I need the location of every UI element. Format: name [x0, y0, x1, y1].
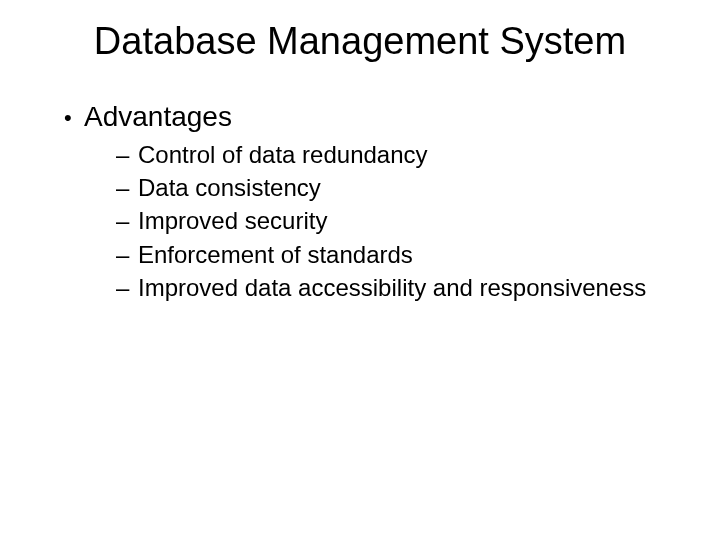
list-item: Control of data redundancy: [116, 139, 670, 170]
list-item: Advantages Control of data redundancy Da…: [60, 101, 670, 303]
slide-title: Database Management System: [50, 20, 670, 63]
list-item: Enforcement of standards: [116, 239, 670, 270]
level1-label: Advantages: [84, 101, 232, 132]
bullet-list-level2: Control of data redundancy Data consiste…: [84, 139, 670, 303]
list-item: Improved data accessibility and responsi…: [116, 272, 670, 303]
bullet-list-level1: Advantages Control of data redundancy Da…: [50, 101, 670, 303]
list-item: Data consistency: [116, 172, 670, 203]
list-item: Improved security: [116, 205, 670, 236]
